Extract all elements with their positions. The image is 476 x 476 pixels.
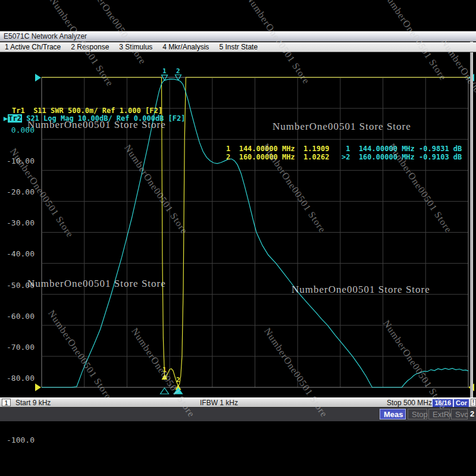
points-badge: 16/16 xyxy=(432,399,453,408)
tr1-marker2-label: 2 xyxy=(176,376,180,384)
menu-item-mkr-analysis[interactable]: 4 Mkr/Analysis xyxy=(162,43,209,51)
ref-left-tr2-ref-icon xyxy=(35,74,41,82)
tr2-marker2-label: 2 xyxy=(176,67,180,75)
trace2-info[interactable]: ▶Tr2 S21 Log Mag 10.00dB/ Ref 0.000dB [F… xyxy=(4,114,185,123)
svc-button[interactable]: Svc xyxy=(451,409,468,419)
tr2-marker-readout: 1 144.00000 MHz -0.9831 dB>2 160.00000 M… xyxy=(342,145,462,161)
tr1-marker1-label: 1 xyxy=(162,366,167,374)
stop-button[interactable]: Stop xyxy=(408,409,427,419)
y-axis-label-40: -40.00 xyxy=(2,249,35,258)
tr1-marker-readout: 1 144.00000 MHz 1.19092 160.00000 MHz 1.… xyxy=(226,145,329,161)
start-frequency-label[interactable]: Start 9 kHz xyxy=(15,399,51,407)
trace2-detail: S21 Log Mag 10.00dB/ Ref 0.000dB xyxy=(26,114,164,123)
clipped-button[interactable]: 2 xyxy=(470,409,476,419)
y-axis-label-20: -20.00 xyxy=(2,187,35,196)
y-axis-label-60: -60.00 xyxy=(2,312,35,321)
y-axis-label-100: -100.0 xyxy=(2,436,35,444)
window-titlebar[interactable]: E5071C Network Analyzer xyxy=(0,31,476,42)
y-axis-label-50: -50.00 xyxy=(2,281,35,290)
ifbw-label[interactable]: IFBW 1 kHz xyxy=(200,399,238,407)
extref-button[interactable]: ExtRef xyxy=(428,409,450,419)
analyzer-window: E5071C Network Analyzer 1 Active Ch/Trac… xyxy=(0,0,476,476)
menu-item-stimulus[interactable]: 3 Stimulus xyxy=(119,43,152,51)
trace2-channel: [F2] xyxy=(168,114,186,123)
y-axis-label-30: -30.00 xyxy=(2,218,35,227)
trace1-name: Tr1 xyxy=(12,107,25,115)
ref-left-tr1-ref-icon xyxy=(35,384,41,392)
analyzer-screen: 1212 Tr1 S11 SWR 500.0m/ Ref 1.000 [F2] … xyxy=(0,52,476,397)
meas-button[interactable]: Meas xyxy=(380,409,406,419)
tr1-marker2-readout: 2 160.00000 MHz 1.0262 xyxy=(226,153,329,161)
trace1-detail: S11 SWR 500.0m/ Ref 1.000 xyxy=(33,107,141,115)
window-right-border xyxy=(470,31,473,421)
menu-item-response[interactable]: 2 Response xyxy=(71,43,109,51)
tr2-marker1-label: 1 xyxy=(162,67,167,75)
marker2-stimulus-icon[interactable] xyxy=(174,388,182,394)
y-axis-label-10: -10.00 xyxy=(2,156,35,165)
y-axis-label-70: -70.00 xyxy=(2,343,35,352)
stop-frequency-label[interactable]: Stop 500 MHz xyxy=(387,399,432,407)
correction-badge: Cor xyxy=(453,399,469,408)
menu-item-instr-state[interactable]: 5 Instr State xyxy=(219,43,258,51)
marker1-stimulus-icon[interactable] xyxy=(160,388,168,394)
menu-bar: 1 Active Ch/Trace 2 Response 3 Stimulus … xyxy=(0,42,476,52)
tr1-marker1-readout: 1 144.00000 MHz 1.1909 xyxy=(226,145,329,153)
channel-number-box: 1 xyxy=(2,399,11,406)
trace1-info[interactable]: Tr1 S11 SWR 500.0m/ Ref 1.000 [F2] xyxy=(12,107,162,115)
window-title: E5071C Network Analyzer xyxy=(4,32,87,40)
trace-plot[interactable]: 1212 xyxy=(0,52,476,397)
y-axis-label-80: -80.00 xyxy=(2,374,35,383)
trace1-channel: [F2] xyxy=(145,107,162,115)
tr2-marker1-readout: 1 144.00000 MHz -0.9831 dB xyxy=(342,145,462,153)
system-bar: Meas Stop ExtRef Svc 2 xyxy=(0,407,476,421)
menu-item-active-ch-trace[interactable]: 1 Active Ch/Trace xyxy=(5,43,61,51)
y-axis-label-0: 0.000 xyxy=(2,126,35,134)
tr2-marker2-readout: >2 160.00000 MHz -0.9103 dB xyxy=(342,153,462,161)
tr1-marker1-icon[interactable] xyxy=(161,374,167,380)
trace2-name-chip: Tr2 xyxy=(8,114,22,123)
status-bar: 1 Start 9 kHz IFBW 1 kHz Stop 500 MHz 16… xyxy=(0,397,476,408)
alert-indicator: ! xyxy=(471,399,476,406)
